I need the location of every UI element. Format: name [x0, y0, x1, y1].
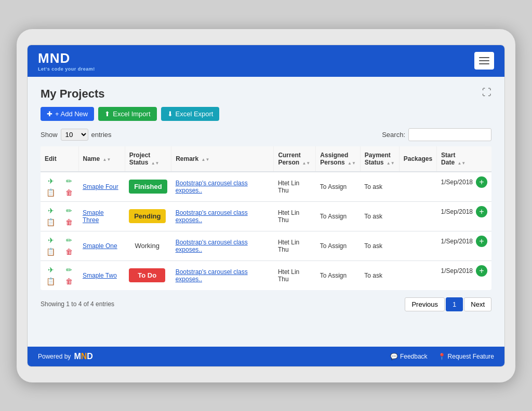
remark-link[interactable]: Bootstrap's carousel class exposes.. — [176, 209, 248, 224]
payment-status-cell: To ask — [360, 261, 399, 290]
send-button[interactable]: ✈ — [45, 176, 57, 186]
tablet-frame: MND Let's code your dream! My Projects ⛶… — [17, 29, 515, 382]
tablet-inner: MND Let's code your dream! My Projects ⛶… — [27, 45, 505, 367]
previous-button[interactable]: Previous — [405, 297, 445, 311]
table-controls: Show 10 25 50 100 entries Search: — [41, 128, 491, 141]
page-title: My Projects — [41, 87, 105, 101]
page-1-button[interactable]: 1 — [446, 297, 463, 311]
edit-button[interactable]: ✏ — [64, 176, 74, 186]
col-project-status[interactable]: ProjectStatus ▲▼ — [125, 146, 171, 172]
pagination-buttons: Previous 1 Next — [405, 297, 491, 311]
assigned-persons-cell: To Assign — [316, 261, 361, 290]
download-icon: ⬇ — [167, 110, 173, 118]
delete-button[interactable]: 🗑 — [64, 188, 74, 197]
remark-link[interactable]: Bootstrap's carousel class exposes.. — [176, 268, 248, 283]
remark-link[interactable]: Bootstrap's carousel class exposes.. — [176, 239, 248, 253]
date-sort-icon: ▲▼ — [457, 161, 466, 166]
add-packages-button[interactable]: + — [476, 176, 487, 188]
assigned-persons-cell: To Assign — [316, 172, 361, 202]
search-input[interactable] — [408, 128, 491, 141]
add-new-label: + Add New — [55, 110, 88, 118]
assigned-persons-cell: To Assign — [316, 201, 361, 231]
name-link[interactable]: Smaple Three — [83, 209, 104, 224]
excel-import-button[interactable]: ⬆ Excel Import — [98, 107, 156, 121]
status-badge: Pending — [129, 209, 166, 223]
logo-sub: Let's code your dream! — [38, 66, 95, 72]
entries-select[interactable]: 10 25 50 100 — [61, 129, 88, 141]
edit-button[interactable]: ✏ — [64, 265, 74, 275]
status-badge: Finished — [129, 180, 167, 194]
payment-status-cell: To ask — [360, 231, 399, 261]
current-person-sort-icon: ▲▼ — [302, 161, 310, 166]
add-new-button[interactable]: ✚ + Add New — [41, 107, 94, 121]
feedback-icon: 💬 — [390, 353, 398, 360]
start-date-cell: 1/Sep/2018 + — [437, 231, 491, 251]
delete-button[interactable]: 🗑 — [64, 247, 74, 256]
name-cell: Smaple Three — [78, 201, 125, 231]
delete-button[interactable]: 🗑 — [64, 277, 74, 286]
name-cell: Smaple Four — [78, 172, 125, 202]
project-status-cell: To Do — [125, 261, 171, 290]
remark-sort-icon: ▲▼ — [202, 158, 210, 162]
powered-by-text: Powered by — [38, 353, 71, 360]
add-packages-button[interactable]: + — [476, 265, 487, 277]
copy-button[interactable]: 📋 — [45, 277, 57, 286]
expand-icon[interactable]: ⛶ — [482, 87, 491, 98]
col-edit: Edit — [41, 146, 78, 172]
table-row: ✈ 📋 ✏ 🗑 Smaple ThreePendingBootstrap's c… — [41, 201, 491, 231]
name-cell: Smaple One — [78, 231, 125, 261]
next-button[interactable]: Next — [464, 297, 491, 311]
plus-icon: ✚ — [47, 110, 52, 118]
packages-cell — [399, 231, 436, 261]
hamburger-button[interactable] — [474, 52, 494, 70]
table-row: ✈ 📋 ✏ 🗑 Smaple TwoTo DoBootstrap's carou… — [41, 261, 491, 290]
copy-button[interactable]: 📋 — [45, 217, 57, 227]
status-badge: To Do — [129, 268, 165, 282]
start-date-cell: 1/Sep/2018 + — [437, 202, 491, 222]
add-packages-button[interactable]: + — [476, 206, 487, 217]
start-date-cell: 1/Sep/2018 + — [437, 261, 491, 281]
edit-cell: ✈ 📋 ✏ 🗑 — [41, 261, 78, 290]
send-button[interactable]: ✈ — [45, 206, 57, 215]
header: MND Let's code your dream! — [28, 45, 504, 77]
request-feature-link[interactable]: 📍 Request Feature — [438, 353, 494, 360]
name-link[interactable]: Smaple One — [83, 242, 117, 250]
start-date-cell: 1/Sep/2018 + — [437, 172, 491, 192]
col-assigned-persons[interactable]: AssignedPersons ▲▼ — [316, 146, 361, 172]
remark-cell: Bootstrap's carousel class exposes.. — [171, 231, 274, 261]
status-badge: Working — [129, 239, 165, 253]
assigned-persons-cell: To Assign — [316, 231, 361, 261]
name-link[interactable]: Smaple Two — [83, 272, 117, 279]
feedback-link[interactable]: 💬 Feedback — [390, 353, 428, 360]
edit-button[interactable]: ✏ — [64, 236, 74, 245]
entries-label: entries — [91, 131, 112, 139]
search-label: Search: — [382, 131, 405, 139]
upload-icon: ⬆ — [104, 110, 110, 118]
col-name[interactable]: Name ▲▼ — [78, 146, 125, 172]
edit-button[interactable]: ✏ — [64, 206, 74, 215]
toolbar: ✚ + Add New ⬆ Excel Import ⬇ Excel Expor… — [41, 107, 491, 121]
col-remark[interactable]: Remark ▲▼ — [171, 146, 274, 172]
remark-cell: Bootstrap's carousel class exposes.. — [171, 201, 274, 231]
excel-export-button[interactable]: ⬇ Excel Export — [161, 107, 220, 121]
logo-main: MND — [38, 50, 70, 66]
pagination-row: Showing 1 to 4 of 4 entries Previous 1 N… — [41, 297, 491, 311]
delete-button[interactable]: 🗑 — [64, 217, 74, 227]
col-current-person[interactable]: CurrentPerson ▲▼ — [274, 146, 316, 172]
col-start-date[interactable]: StartDate ▲▼ — [437, 146, 491, 172]
footer-right: 💬 Feedback 📍 Request Feature — [390, 353, 494, 360]
project-status-cell: Working — [125, 231, 171, 261]
feedback-label: Feedback — [400, 353, 428, 360]
remark-link[interactable]: Bootstrap's carousel class exposes.. — [176, 180, 248, 194]
current-person-cell: Htet Lin Thu — [274, 172, 316, 202]
send-button[interactable]: ✈ — [45, 265, 57, 275]
packages-cell — [399, 261, 436, 290]
send-button[interactable]: ✈ — [45, 236, 57, 245]
copy-button[interactable]: 📋 — [45, 247, 57, 256]
add-packages-button[interactable]: + — [476, 236, 487, 247]
packages-cell — [399, 201, 436, 231]
copy-button[interactable]: 📋 — [45, 188, 57, 197]
hamburger-line-2 — [479, 60, 489, 61]
col-payment-status[interactable]: PaymentStatus ▲▼ — [360, 146, 399, 172]
name-link[interactable]: Smaple Four — [83, 183, 118, 190]
